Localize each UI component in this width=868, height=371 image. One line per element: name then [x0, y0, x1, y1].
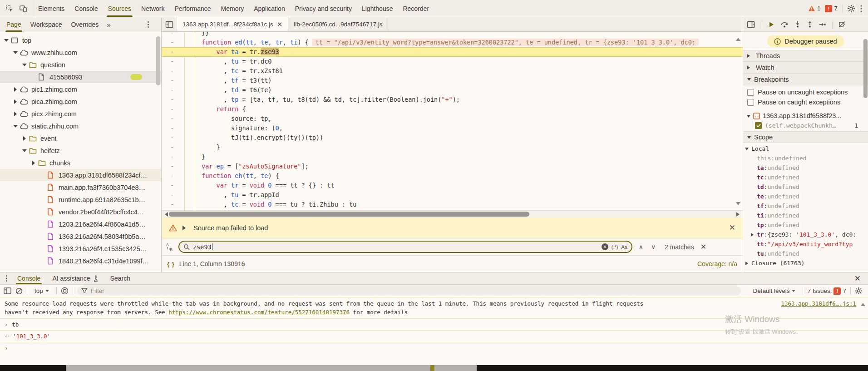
- tree-item-picx-zhimg-com[interactable]: picx.zhimg.com: [0, 108, 161, 120]
- code-line[interactable]: -function ed(tt, te, tr, ti) {tt = "/api…: [162, 38, 743, 47]
- chevron-right-icon[interactable]: [12, 112, 19, 116]
- console-sidebar-icon[interactable]: [4, 287, 11, 294]
- code-line[interactable]: - }: [162, 143, 743, 152]
- live-expression-icon[interactable]: [61, 287, 69, 295]
- panel-tab-memory[interactable]: Memory: [216, 0, 249, 17]
- console-scroll-up-icon[interactable]: [861, 301, 865, 306]
- settings-gear-icon[interactable]: [847, 5, 855, 13]
- pause-caught-row[interactable]: Pause on caught exceptions: [743, 97, 868, 107]
- line-gutter[interactable]: -: [162, 133, 182, 143]
- chevron-right-icon[interactable]: [12, 99, 19, 104]
- toggle-panel-icon[interactable]: [747, 21, 755, 28]
- execution-line[interactable]: - var ta = tr.zse93: [162, 47, 743, 57]
- scroll-right-arrow-icon[interactable]: [736, 212, 742, 217]
- chromestatus-link[interactable]: https://www.chromestatus.com/feature/552…: [168, 309, 350, 316]
- errors-badge[interactable]: ! 7: [825, 5, 838, 12]
- editor-tab[interactable]: lib-2ec050f6.cd...9daf7546717.js: [288, 17, 388, 31]
- pause-uncaught-row[interactable]: Pause on uncaught exceptions: [743, 87, 868, 97]
- tree-item-top[interactable]: top: [0, 34, 161, 46]
- step-into-icon[interactable]: [794, 21, 801, 28]
- panel-tab-lighthouse[interactable]: Lighthouse: [357, 0, 398, 17]
- chevron-right-icon[interactable]: [30, 161, 37, 165]
- step-icon[interactable]: [819, 21, 826, 28]
- close-drawer-icon[interactable]: ✕: [849, 272, 866, 284]
- scope-var-tr[interactable]: tr: {zse93: '101_3_3.0', dc0:: [743, 230, 868, 239]
- log-levels-selector[interactable]: Default levels: [750, 287, 799, 295]
- deactivate-breakpoints-icon[interactable]: [838, 21, 846, 28]
- tree-item-main-app-fa3f7360b3704e8-[interactable]: main.app.fa3f7360b3704e8…: [0, 181, 161, 193]
- issues-counter[interactable]: 7 Issues: ! 7: [807, 287, 846, 295]
- match-case-toggle[interactable]: Aa: [621, 244, 627, 250]
- panel-tab-sources[interactable]: Sources: [103, 0, 136, 17]
- code-line[interactable]: - , tu = tr.appId: [162, 190, 743, 200]
- chevron-down-icon[interactable]: [3, 37, 10, 44]
- line-gutter[interactable]: -: [162, 76, 182, 85]
- chevron-down-icon[interactable]: [12, 49, 19, 56]
- panel-tab-console[interactable]: Console: [69, 0, 103, 17]
- code-line[interactable]: - signature: (0,: [162, 124, 743, 133]
- close-search-icon[interactable]: ✕: [700, 242, 706, 251]
- next-match-icon[interactable]: ∨: [650, 243, 658, 250]
- line-gutter[interactable]: -: [162, 47, 182, 57]
- tree-item-1363-216a26f4-58034f0b5a-[interactable]: 1363.216a26f4.58034f0b5a…: [0, 230, 161, 242]
- code-line[interactable]: -}}: [162, 32, 743, 38]
- scroll-up-arrow-icon[interactable]: [736, 35, 740, 41]
- clear-console-icon[interactable]: [15, 287, 23, 295]
- navigator-tab-overrides[interactable]: Overrides: [66, 17, 103, 32]
- expand-arrow-icon[interactable]: [182, 226, 188, 230]
- line-gutter[interactable]: -: [162, 124, 182, 133]
- code-line[interactable]: - return {: [162, 104, 743, 114]
- chevron-down-icon[interactable]: [21, 147, 28, 154]
- code-line[interactable]: - tJ(ti).encrypt)(ty()(tp)): [162, 133, 743, 143]
- section-threads[interactable]: Threads: [743, 50, 868, 62]
- scroll-left-arrow-icon[interactable]: [163, 212, 168, 217]
- line-gutter[interactable]: -: [162, 171, 182, 181]
- code-line[interactable]: -var ep = ["zsAutoSignature"];: [162, 162, 743, 171]
- console-prompt[interactable]: ›: [0, 342, 868, 354]
- navigator-tab-page[interactable]: Page: [2, 17, 26, 32]
- section-breakpoints[interactable]: Breakpoints: [743, 74, 868, 85]
- editor-tab[interactable]: 1363.app.3181df...8f234cf8a1c.js✕: [177, 17, 288, 31]
- code-line[interactable]: - , tc = tr.xZst81: [162, 66, 743, 76]
- scope-closure-group[interactable]: Closure (61763): [743, 258, 868, 268]
- scroll-down-arrow-icon[interactable]: [736, 202, 740, 208]
- tree-item-1840-216a26f4-c31d4e1099f-[interactable]: 1840.216a26f4.c31d4e1099f…: [0, 255, 161, 267]
- tree-item-pic1-zhimg-com[interactable]: pic1.zhimg.com: [0, 83, 161, 95]
- hide-navigator-icon[interactable]: [162, 17, 177, 31]
- chevron-down-icon[interactable]: [12, 123, 19, 130]
- debugger-scrollbar-thumb[interactable]: [863, 39, 868, 98]
- tree-item-vendor-2be0f44f82bcffc4c4-[interactable]: vendor.2be0f44f82bcffc4c4…: [0, 206, 161, 218]
- tree-item-heifetz[interactable]: heifetz: [0, 144, 161, 157]
- section-watch[interactable]: Watch: [743, 62, 868, 74]
- scope-local-group[interactable]: Local: [743, 144, 868, 153]
- line-gutter[interactable]: -: [162, 95, 182, 104]
- warnings-badge[interactable]: 1: [808, 5, 821, 12]
- code-line[interactable]: - , tp = [ta, tf, tu, t8(td) && td, tc].…: [162, 95, 743, 104]
- tree-item-1393-216a26f4-c1535c3425-[interactable]: 1393.216a26f4.c1535c3425…: [0, 242, 161, 255]
- drawer-tab-search[interactable]: Search: [104, 272, 136, 284]
- panel-tab-privacy-and-security[interactable]: Privacy and security: [290, 0, 357, 17]
- line-gutter[interactable]: -: [162, 57, 182, 66]
- line-gutter[interactable]: -: [162, 104, 182, 114]
- close-tab-icon[interactable]: ✕: [277, 20, 283, 29]
- close-warning-icon[interactable]: ✕: [729, 223, 735, 232]
- line-gutter[interactable]: -: [162, 162, 182, 171]
- line-gutter[interactable]: -: [162, 32, 182, 38]
- panel-tab-network[interactable]: Network: [136, 0, 169, 17]
- chevron-right-icon[interactable]: [12, 87, 19, 92]
- drawer-kebab-icon[interactable]: [2, 272, 11, 284]
- message-source-link[interactable]: 1363.app.3181df6….js:1: [781, 299, 856, 308]
- device-toolbar-icon[interactable]: [19, 5, 27, 13]
- line-gutter[interactable]: -: [162, 152, 182, 162]
- code-line[interactable]: -function eh(tt, te) {: [162, 171, 743, 181]
- tree-item-1203-216a26f4-4f860a41d5-[interactable]: 1203.216a26f4.4f860a41d5…: [0, 218, 161, 230]
- horizontal-scrollbar[interactable]: [162, 210, 743, 218]
- tree-item-pica-zhimg-com[interactable]: pica.zhimg.com: [0, 95, 161, 108]
- line-gutter[interactable]: -: [162, 66, 182, 76]
- search-input[interactable]: zse93 ✕ (.*) Aa: [178, 241, 632, 253]
- line-gutter[interactable]: -: [162, 38, 182, 47]
- console-settings-gear-icon[interactable]: [855, 287, 863, 295]
- tree-item-static-zhihu-com[interactable]: static.zhihu.com: [0, 120, 161, 132]
- code-line[interactable]: - source: tp,: [162, 114, 743, 124]
- replace-toggle-icon[interactable]: AB: [166, 242, 174, 252]
